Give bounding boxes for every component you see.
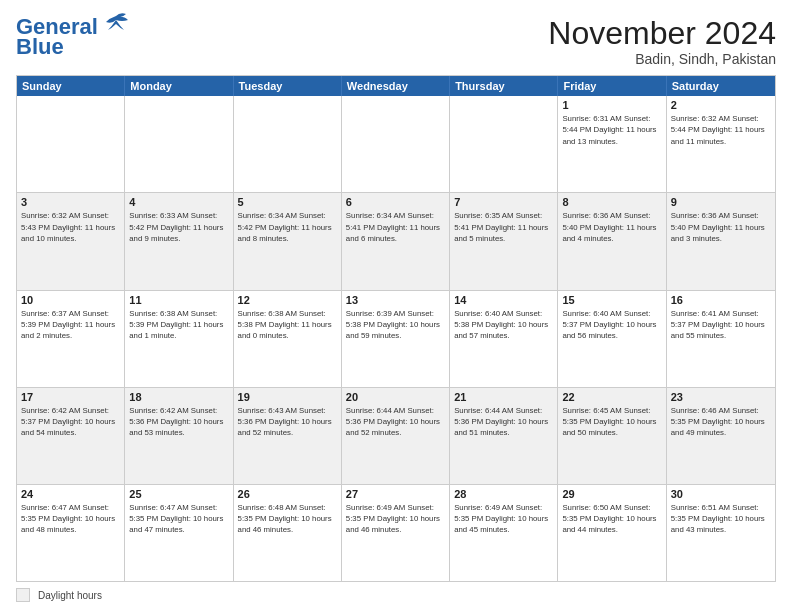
day-number: 11 — [129, 294, 228, 306]
day-number: 18 — [129, 391, 228, 403]
cell-info: Sunrise: 6:47 AM Sunset: 5:35 PM Dayligh… — [21, 502, 120, 536]
cell-info: Sunrise: 6:45 AM Sunset: 5:35 PM Dayligh… — [562, 405, 661, 439]
calendar-cell — [450, 96, 558, 192]
calendar-cell: 23Sunrise: 6:46 AM Sunset: 5:35 PM Dayli… — [667, 388, 775, 484]
day-header-saturday: Saturday — [667, 76, 775, 96]
cell-info: Sunrise: 6:39 AM Sunset: 5:38 PM Dayligh… — [346, 308, 445, 342]
calendar-cell — [342, 96, 450, 192]
calendar-body: 1Sunrise: 6:31 AM Sunset: 5:44 PM Daylig… — [17, 96, 775, 581]
cell-info: Sunrise: 6:37 AM Sunset: 5:39 PM Dayligh… — [21, 308, 120, 342]
cell-info: Sunrise: 6:48 AM Sunset: 5:35 PM Dayligh… — [238, 502, 337, 536]
day-number: 13 — [346, 294, 445, 306]
legend-label: Daylight hours — [38, 590, 102, 601]
cell-info: Sunrise: 6:40 AM Sunset: 5:38 PM Dayligh… — [454, 308, 553, 342]
month-title: November 2024 — [548, 16, 776, 51]
day-number: 16 — [671, 294, 771, 306]
title-section: November 2024 Badin, Sindh, Pakistan — [548, 16, 776, 67]
day-number: 7 — [454, 196, 553, 208]
cell-info: Sunrise: 6:35 AM Sunset: 5:41 PM Dayligh… — [454, 210, 553, 244]
day-number: 10 — [21, 294, 120, 306]
cell-info: Sunrise: 6:43 AM Sunset: 5:36 PM Dayligh… — [238, 405, 337, 439]
calendar-cell: 25Sunrise: 6:47 AM Sunset: 5:35 PM Dayli… — [125, 485, 233, 581]
day-header-friday: Friday — [558, 76, 666, 96]
cell-info: Sunrise: 6:32 AM Sunset: 5:44 PM Dayligh… — [671, 113, 771, 147]
day-header-tuesday: Tuesday — [234, 76, 342, 96]
calendar-cell: 14Sunrise: 6:40 AM Sunset: 5:38 PM Dayli… — [450, 291, 558, 387]
calendar-cell: 21Sunrise: 6:44 AM Sunset: 5:36 PM Dayli… — [450, 388, 558, 484]
calendar-cell: 13Sunrise: 6:39 AM Sunset: 5:38 PM Dayli… — [342, 291, 450, 387]
day-number: 24 — [21, 488, 120, 500]
calendar-cell: 1Sunrise: 6:31 AM Sunset: 5:44 PM Daylig… — [558, 96, 666, 192]
calendar-row-3: 17Sunrise: 6:42 AM Sunset: 5:37 PM Dayli… — [17, 387, 775, 484]
day-number: 27 — [346, 488, 445, 500]
day-number: 22 — [562, 391, 661, 403]
calendar-cell: 4Sunrise: 6:33 AM Sunset: 5:42 PM Daylig… — [125, 193, 233, 289]
cell-info: Sunrise: 6:40 AM Sunset: 5:37 PM Dayligh… — [562, 308, 661, 342]
calendar-cell — [17, 96, 125, 192]
logo: General Blue — [16, 16, 130, 58]
day-number: 1 — [562, 99, 661, 111]
calendar-header: SundayMondayTuesdayWednesdayThursdayFrid… — [17, 76, 775, 96]
day-number: 3 — [21, 196, 120, 208]
cell-info: Sunrise: 6:44 AM Sunset: 5:36 PM Dayligh… — [346, 405, 445, 439]
day-number: 6 — [346, 196, 445, 208]
calendar-cell: 20Sunrise: 6:44 AM Sunset: 5:36 PM Dayli… — [342, 388, 450, 484]
day-number: 17 — [21, 391, 120, 403]
day-number: 5 — [238, 196, 337, 208]
calendar-cell: 27Sunrise: 6:49 AM Sunset: 5:35 PM Dayli… — [342, 485, 450, 581]
calendar-cell: 7Sunrise: 6:35 AM Sunset: 5:41 PM Daylig… — [450, 193, 558, 289]
cell-info: Sunrise: 6:36 AM Sunset: 5:40 PM Dayligh… — [562, 210, 661, 244]
cell-info: Sunrise: 6:49 AM Sunset: 5:35 PM Dayligh… — [454, 502, 553, 536]
cell-info: Sunrise: 6:41 AM Sunset: 5:37 PM Dayligh… — [671, 308, 771, 342]
day-header-monday: Monday — [125, 76, 233, 96]
cell-info: Sunrise: 6:33 AM Sunset: 5:42 PM Dayligh… — [129, 210, 228, 244]
day-number: 8 — [562, 196, 661, 208]
calendar-cell: 15Sunrise: 6:40 AM Sunset: 5:37 PM Dayli… — [558, 291, 666, 387]
cell-info: Sunrise: 6:49 AM Sunset: 5:35 PM Dayligh… — [346, 502, 445, 536]
cell-info: Sunrise: 6:34 AM Sunset: 5:41 PM Dayligh… — [346, 210, 445, 244]
legend-box — [16, 588, 30, 602]
calendar-cell: 29Sunrise: 6:50 AM Sunset: 5:35 PM Dayli… — [558, 485, 666, 581]
cell-info: Sunrise: 6:36 AM Sunset: 5:40 PM Dayligh… — [671, 210, 771, 244]
day-number: 28 — [454, 488, 553, 500]
calendar-cell: 8Sunrise: 6:36 AM Sunset: 5:40 PM Daylig… — [558, 193, 666, 289]
cell-info: Sunrise: 6:38 AM Sunset: 5:39 PM Dayligh… — [129, 308, 228, 342]
calendar-cell: 10Sunrise: 6:37 AM Sunset: 5:39 PM Dayli… — [17, 291, 125, 387]
day-number: 4 — [129, 196, 228, 208]
cell-info: Sunrise: 6:31 AM Sunset: 5:44 PM Dayligh… — [562, 113, 661, 147]
day-header-wednesday: Wednesday — [342, 76, 450, 96]
day-number: 21 — [454, 391, 553, 403]
calendar-row-4: 24Sunrise: 6:47 AM Sunset: 5:35 PM Dayli… — [17, 484, 775, 581]
calendar-cell: 19Sunrise: 6:43 AM Sunset: 5:36 PM Dayli… — [234, 388, 342, 484]
calendar-cell: 30Sunrise: 6:51 AM Sunset: 5:35 PM Dayli… — [667, 485, 775, 581]
calendar-cell: 24Sunrise: 6:47 AM Sunset: 5:35 PM Dayli… — [17, 485, 125, 581]
cell-info: Sunrise: 6:46 AM Sunset: 5:35 PM Dayligh… — [671, 405, 771, 439]
day-number: 12 — [238, 294, 337, 306]
cell-info: Sunrise: 6:32 AM Sunset: 5:43 PM Dayligh… — [21, 210, 120, 244]
location-title: Badin, Sindh, Pakistan — [548, 51, 776, 67]
cell-info: Sunrise: 6:51 AM Sunset: 5:35 PM Dayligh… — [671, 502, 771, 536]
calendar-row-1: 3Sunrise: 6:32 AM Sunset: 5:43 PM Daylig… — [17, 192, 775, 289]
calendar: SundayMondayTuesdayWednesdayThursdayFrid… — [16, 75, 776, 582]
calendar-cell: 2Sunrise: 6:32 AM Sunset: 5:44 PM Daylig… — [667, 96, 775, 192]
calendar-cell: 18Sunrise: 6:42 AM Sunset: 5:36 PM Dayli… — [125, 388, 233, 484]
calendar-cell: 5Sunrise: 6:34 AM Sunset: 5:42 PM Daylig… — [234, 193, 342, 289]
cell-info: Sunrise: 6:50 AM Sunset: 5:35 PM Dayligh… — [562, 502, 661, 536]
calendar-cell: 26Sunrise: 6:48 AM Sunset: 5:35 PM Dayli… — [234, 485, 342, 581]
cell-info: Sunrise: 6:47 AM Sunset: 5:35 PM Dayligh… — [129, 502, 228, 536]
day-number: 26 — [238, 488, 337, 500]
calendar-row-2: 10Sunrise: 6:37 AM Sunset: 5:39 PM Dayli… — [17, 290, 775, 387]
calendar-cell: 9Sunrise: 6:36 AM Sunset: 5:40 PM Daylig… — [667, 193, 775, 289]
day-number: 20 — [346, 391, 445, 403]
calendar-cell: 3Sunrise: 6:32 AM Sunset: 5:43 PM Daylig… — [17, 193, 125, 289]
day-number: 23 — [671, 391, 771, 403]
calendar-cell: 11Sunrise: 6:38 AM Sunset: 5:39 PM Dayli… — [125, 291, 233, 387]
day-header-sunday: Sunday — [17, 76, 125, 96]
day-number: 14 — [454, 294, 553, 306]
cell-info: Sunrise: 6:42 AM Sunset: 5:36 PM Dayligh… — [129, 405, 228, 439]
logo-bird-icon — [102, 12, 130, 38]
calendar-cell: 17Sunrise: 6:42 AM Sunset: 5:37 PM Dayli… — [17, 388, 125, 484]
calendar-cell — [125, 96, 233, 192]
cell-info: Sunrise: 6:34 AM Sunset: 5:42 PM Dayligh… — [238, 210, 337, 244]
day-number: 29 — [562, 488, 661, 500]
